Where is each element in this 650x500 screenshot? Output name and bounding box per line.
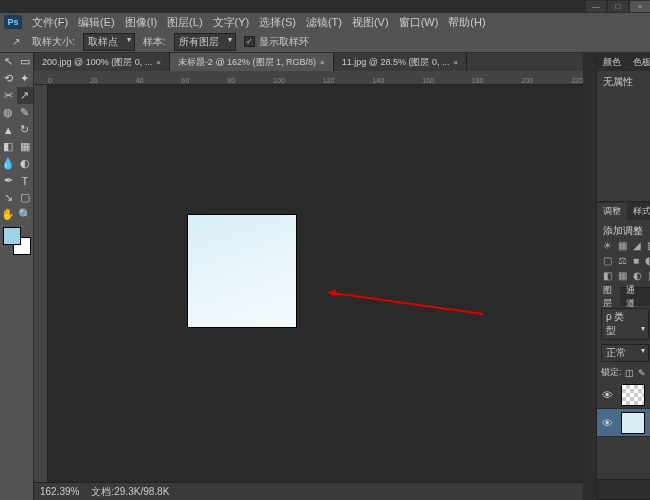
adj-icon[interactable]: ▢ [603,255,612,266]
adj-row-1: ☀▦◢▨☑▥ [603,238,650,253]
color-swatches[interactable] [3,227,31,255]
tab-label: 未标题-2 @ 162% (图层 1, RGB/8) [178,56,316,69]
menu-edit[interactable]: 编辑(E) [74,14,119,31]
zoom-tool[interactable]: 🔍 [17,206,34,223]
history-brush-tool[interactable]: ↻ [17,121,34,138]
ruler-tick: 60 [182,77,190,84]
layer-row[interactable]: 👁 图层 2 [597,381,650,409]
maximize-button[interactable]: □ [608,1,628,12]
sample-layers-label: 样本: [143,35,166,49]
layers-panel: 图层 通道 路径 段落 历史记录 ▾≡ ρ 类型 ▦ ◐ T ◫ ◆ 正常 [597,288,650,500]
adj-row-3: ◧▦◐◨▤ [603,268,650,283]
lock-label: 锁定: [601,366,622,379]
minimize-button[interactable]: — [586,1,606,12]
show-ring-checkbox[interactable]: ✓ 显示取样环 [244,35,309,49]
menu-layer[interactable]: 图层(L) [163,14,206,31]
ruler-tick: 20 [90,77,98,84]
sample-size-dropdown[interactable]: 取样点 [83,33,135,51]
ps-logo: Ps [4,15,22,29]
document-tabs: 200.jpg @ 100% (图层 0, ...× 未标题-2 @ 162% … [34,53,583,71]
shape-tool[interactable]: ▢ [17,189,34,206]
dodge-tool[interactable]: ◐ [17,155,34,172]
hand-tool[interactable]: ✋ [0,206,17,223]
ruler-tick: 180 [472,77,484,84]
ruler-tick: 40 [136,77,144,84]
properties-panel: 颜色 色板 属性 字符 ▾≡ 无属性 [597,53,650,202]
adj-curves-icon[interactable]: ◢ [633,240,641,251]
ruler-tick: 140 [372,77,384,84]
adj-row-2: ▢⚖■◐□■ [603,253,650,268]
type-tool[interactable]: T [17,172,34,189]
gradient-tool[interactable]: ▦ [17,138,34,155]
sample-size-label: 取样大小: [32,35,75,49]
visibility-icon[interactable]: 👁 [601,389,615,401]
lasso-tool[interactable]: ⟲ [0,70,17,87]
eyedropper-tool[interactable]: ↗ [17,87,34,104]
menu-type[interactable]: 文字(Y) [209,14,254,31]
tab-swatches[interactable]: 色板 [627,54,650,71]
adj-icon[interactable]: ◧ [603,270,612,281]
statusbar: 162.39% 文档:29.3K/98.8K [34,482,583,500]
show-ring-label: 显示取样环 [259,35,309,49]
doc-tab-2[interactable]: 11.jpg @ 28.5% (图层 0, ...× [334,53,467,71]
adj-icon[interactable]: ▦ [618,270,627,281]
eraser-tool[interactable]: ◧ [0,138,17,155]
titlebar: — □ × [0,0,650,13]
panel-dock[interactable] [583,53,597,500]
canvas-background[interactable] [48,85,583,482]
pen-tool[interactable]: ✒ [0,172,17,189]
adjustments-body: 添加调整 ☀▦◢▨☑▥ ▢⚖■◐□■ ◧▦◐◨▤ [597,220,650,287]
wand-tool[interactable]: ✦ [17,70,34,87]
adj-icon[interactable]: ◐ [633,270,642,281]
marquee-tool[interactable]: ▭ [17,53,34,70]
layer-thumbnail[interactable] [621,412,645,434]
stamp-tool[interactable]: ▲ [0,121,17,138]
adj-icon[interactable]: ■ [633,255,639,266]
add-adjustment-label: 添加调整 [603,224,650,238]
tab-close-icon[interactable]: × [320,58,325,67]
tab-adjustments[interactable]: 调整 [597,203,627,220]
sample-layers-dropdown[interactable]: 所有图层 [174,33,236,51]
layer-list: 👁 图层 2 👁 图层 [597,381,650,479]
canvas[interactable] [188,215,296,327]
layers-footer: ⊕ fx ◐ ◫ ▣ 🗑 [597,479,650,499]
layer-thumbnail[interactable] [621,384,645,406]
tab-close-icon[interactable]: × [453,58,458,67]
menu-image[interactable]: 图像(I) [121,14,161,31]
blur-tool[interactable]: 💧 [0,155,17,172]
blend-mode-dropdown[interactable]: 正常 [601,344,649,362]
lock-pixel-icon[interactable]: ✎ [638,368,646,378]
adj-brightness-icon[interactable]: ☀ [603,240,612,251]
adj-levels-icon[interactable]: ▦ [618,240,627,251]
visibility-icon[interactable]: 👁 [601,417,615,429]
menu-help[interactable]: 帮助(H) [444,14,489,31]
adj-icon[interactable]: ⚖ [618,255,627,266]
ruler-tick: 160 [422,77,434,84]
menu-view[interactable]: 视图(V) [348,14,393,31]
crop-tool[interactable]: ✂ [0,87,17,104]
properties-body: 无属性 [597,71,650,201]
fg-color[interactable] [3,227,21,245]
menu-filter[interactable]: 滤镜(T) [302,14,346,31]
layer-filter-dropdown[interactable]: ρ 类型 [601,308,649,340]
close-button[interactable]: × [630,1,650,12]
menu-file[interactable]: 文件(F) [28,14,72,31]
path-tool[interactable]: ↘ [0,189,17,206]
tab-styles[interactable]: 样式 [627,203,650,220]
layer-row[interactable]: 👁 图层 [597,409,650,437]
move-tool[interactable]: ↖ [0,53,17,70]
lock-trans-icon[interactable]: ◫ [625,368,634,378]
brush-tool[interactable]: ✎ [17,104,34,121]
doc-info: 文档:29.3K/98.8K [91,485,169,499]
heal-tool[interactable]: ◍ [0,104,17,121]
adj-icon[interactable]: ◐ [645,255,650,266]
tab-color[interactable]: 颜色 [597,54,627,71]
toolbox: ↖▭ ⟲✦ ✂↗ ◍✎ ▲↻ ◧▦ 💧◐ ✒T ↘▢ ✋🔍 [0,53,34,500]
ruler-tick: 200 [522,77,534,84]
menu-window[interactable]: 窗口(W) [395,14,443,31]
doc-tab-1[interactable]: 未标题-2 @ 162% (图层 1, RGB/8)× [170,53,334,71]
zoom-value[interactable]: 162.39% [40,486,79,497]
doc-tab-0[interactable]: 200.jpg @ 100% (图层 0, ...× [34,53,170,71]
menu-select[interactable]: 选择(S) [255,14,300,31]
tab-close-icon[interactable]: × [156,58,161,67]
